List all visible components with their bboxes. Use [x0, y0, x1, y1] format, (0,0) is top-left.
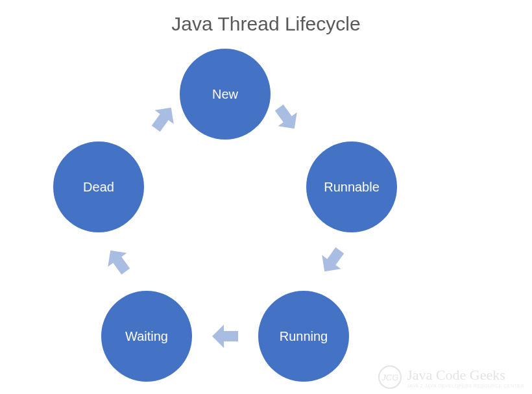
- arrow-runnable-to-running: [312, 241, 352, 280]
- watermark-text: Java Code Geeks JAVA 2 JAVA DEVELOPERS R…: [407, 367, 524, 388]
- node-waiting: Waiting: [101, 291, 192, 382]
- node-label: New: [212, 87, 238, 102]
- node-running: Running: [258, 291, 349, 382]
- watermark-sub: JAVA 2 JAVA DEVELOPERS RESOURCE CENTER: [407, 384, 524, 388]
- arrow-waiting-to-dead: [98, 241, 138, 280]
- arrow-running-to-waiting: [211, 322, 239, 351]
- watermark-logo: JCG: [378, 365, 402, 389]
- arrow-new-to-runnable: [267, 98, 306, 138]
- watermark: JCG Java Code Geeks JAVA 2 JAVA DEVELOPE…: [378, 365, 524, 389]
- arrow-dead-to-new: [143, 98, 183, 138]
- node-new: New: [180, 49, 271, 140]
- node-label: Runnable: [324, 180, 380, 195]
- diagram-title: Java Thread Lifecycle: [171, 13, 360, 35]
- node-label: Dead: [83, 180, 114, 195]
- watermark-main: Java Code Geeks: [407, 367, 524, 384]
- node-label: Waiting: [125, 329, 168, 344]
- lifecycle-diagram: New Runnable Running Waiting Dead: [0, 39, 532, 389]
- node-runnable: Runnable: [306, 142, 397, 232]
- node-dead: Dead: [53, 142, 144, 232]
- node-label: Running: [280, 329, 328, 344]
